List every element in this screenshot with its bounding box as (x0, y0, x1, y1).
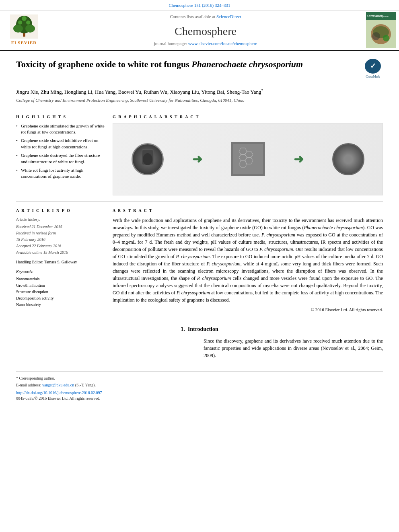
journal-info-center: Contents lists available at ScienceDirec… (48, 10, 363, 50)
history-label: Article history: (16, 217, 105, 222)
list-item: Growth inhibition (16, 283, 105, 288)
intro-text: Since the discovery, graphene and its de… (204, 337, 383, 359)
ga-graphene-svg (233, 144, 263, 174)
intro-col-right: Since the discovery, graphene and its de… (204, 337, 383, 359)
highlights-column: H I G H L I G H T S Graphene oxide stimu… (16, 114, 105, 195)
keywords-section: Keywords: Nanomaterials Growth inhibitio… (16, 269, 105, 308)
svg-point-5 (18, 21, 22, 25)
sciencedirect-notice: Contents lists available at ScienceDirec… (170, 14, 241, 20)
ga-arrow-right2: ➜ (294, 151, 304, 168)
list-item: Graphene oxide showed inhibitive effect … (16, 138, 105, 150)
crossmark-icon: ✓ (365, 59, 381, 74)
ga-graphene-structure (231, 142, 265, 176)
highlights-graphical-section: H I G H L I G H T S Graphene oxide stimu… (16, 114, 383, 195)
authors-text: Jingru Xie, Zhu Ming, Hongliang Li, Hua … (16, 89, 263, 95)
abstract-text: With the wide production and application… (113, 217, 383, 304)
info-abstract-section: A R T I C L E I N F O Article history: R… (16, 208, 383, 313)
corresponding-author-note: * Corresponding author. (16, 376, 383, 381)
email-line: E-mail address: yangst@pku.edu.cn (S.-T.… (16, 382, 383, 388)
page-footer: * Corresponding author. E-mail address: … (16, 371, 383, 401)
highlights-divider (16, 201, 383, 202)
journal-reference-text: Chemosphere 151 (2016) 324–331 (169, 3, 230, 8)
highlights-list: Graphene oxide stimulated the growth of … (16, 123, 105, 180)
journal-cover-section: Chemosphere (363, 10, 399, 50)
svg-point-4 (25, 25, 35, 33)
list-item: Nano-biosafety (16, 302, 105, 308)
received-date: Received 21 December 2015 (16, 224, 105, 230)
elsevier-logo-section: ELSEVIER (0, 10, 48, 50)
cover-image-icon: Chemosphere (366, 12, 396, 48)
graphical-abstract-label: G R A P H I C A L A B S T R A C T (113, 114, 383, 120)
email-link[interactable]: yangst@pku.edu.cn (42, 383, 74, 387)
corresponding-superscript: * (261, 88, 263, 92)
ga-fungi-jar-icon (132, 143, 164, 175)
intro-two-col: Since the discovery, graphene and its de… (16, 337, 383, 359)
abstract-label: A B S T R A C T (113, 208, 383, 214)
journal-title: Chemosphere (175, 23, 237, 39)
keywords-list: Nanomaterials Growth inhibition Structur… (16, 276, 105, 308)
svg-text:Chemosphere: Chemosphere (373, 15, 389, 18)
journal-homepage-line: journal homepage: www.elsevier.com/locat… (154, 41, 257, 47)
article-info-column: A R T I C L E I N F O Article history: R… (16, 208, 105, 313)
intro-col-left (16, 337, 195, 359)
introduction-section: 1. Introduction Since the discovery, gra… (16, 325, 383, 359)
list-item: Graphene oxide stimulated the growth of … (16, 123, 105, 136)
keywords-label: Keywords: (16, 269, 105, 275)
received-revised-label: Received in revised form (16, 230, 105, 236)
doi-link[interactable]: http://dx.doi.org/10.1016/j.chemosphere.… (16, 390, 102, 395)
revised-date: 18 February 2016 (16, 237, 105, 242)
svg-rect-18 (233, 144, 263, 174)
svg-point-13 (372, 32, 380, 40)
ga-arrow-right: ➜ (192, 151, 202, 168)
list-item: Decomposition activity (16, 296, 105, 301)
graphical-abstract-column: G R A P H I C A L A B S T R A C T (113, 114, 383, 195)
ga-jar-svg (138, 147, 158, 171)
graphical-abstract-image: ➜ (113, 123, 383, 195)
affiliation: College of Chemistry and Environment Pro… (16, 97, 383, 103)
crossmark-badge[interactable]: ✓ CrossMark (363, 59, 383, 79)
abstract-divider (16, 319, 383, 319)
sciencedirect-link[interactable]: ScienceDirect (216, 14, 241, 19)
list-item: Nanomaterials (16, 276, 105, 282)
svg-rect-9 (366, 12, 396, 20)
svg-point-17 (143, 153, 152, 165)
abstract-column: A B S T R A C T With the wide production… (113, 208, 383, 313)
elsevier-brand-label: ELSEVIER (11, 40, 37, 46)
highlights-label: H I G H L I G H T S (16, 114, 105, 120)
elsevier-tree-icon (10, 14, 38, 39)
article-history: Article history: Received 21 December 20… (16, 217, 105, 255)
svg-point-14 (383, 35, 389, 41)
journal-header: ELSEVIER Contents lists available at Sci… (0, 10, 399, 51)
available-online: Available online 15 March 2016 (16, 250, 105, 255)
issn-line: 0045-6535/© 2016 Elsevier Ltd. All right… (16, 396, 383, 401)
graphical-abstract-inner: ➜ (113, 123, 383, 195)
ga-result-circle (332, 143, 364, 175)
article-content: Toxicity of graphene oxide to white rot … (0, 51, 399, 409)
title-divider (16, 110, 383, 110)
accepted-date: Accepted 22 February 2016 (16, 243, 105, 249)
copyright-notice: © 2016 Elsevier Ltd. All rights reserved… (113, 307, 383, 313)
elsevier-logo: ELSEVIER (10, 14, 38, 46)
list-item: Graphene oxide destroyed the fiber struc… (16, 152, 105, 165)
handling-editor: Handling Editor: Tamara S. Galloway (16, 259, 105, 265)
doi-line: http://dx.doi.org/10.1016/j.chemosphere.… (16, 390, 383, 396)
crossmark-label: CrossMark (366, 74, 380, 79)
authors-line: Jingru Xie, Zhu Ming, Hongliang Li, Hua … (16, 87, 383, 96)
journal-reference-bar: Chemosphere 151 (2016) 324–331 (0, 0, 399, 10)
article-title: Toxicity of graphene oxide to white rot … (16, 59, 357, 70)
article-title-section: Toxicity of graphene oxide to white rot … (16, 59, 383, 82)
intro-heading: 1. Introduction (16, 325, 383, 333)
journal-homepage-link[interactable]: www.elsevier.com/locate/chemosphere (188, 41, 257, 46)
svg-point-3 (13, 25, 23, 33)
journal-cover-thumbnail: Chemosphere (366, 12, 396, 48)
list-item: White rot fungi lost activity at high co… (16, 167, 105, 180)
list-item: Structure disruption (16, 289, 105, 295)
svg-point-6 (26, 21, 30, 25)
article-info-label: A R T I C L E I N F O (16, 208, 105, 214)
svg-point-7 (22, 16, 27, 21)
